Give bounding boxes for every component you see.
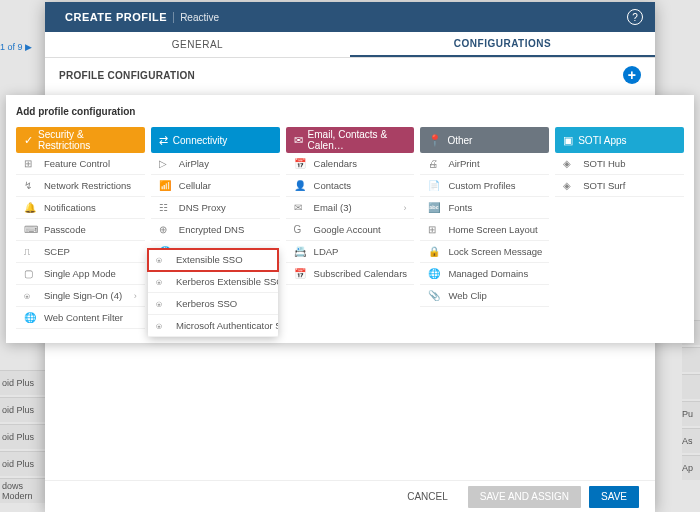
config-item[interactable]: ▷AirPlay	[151, 153, 280, 175]
config-item[interactable]: 🌐Web Content Filter	[16, 307, 145, 329]
flyout-item[interactable]: ⍟Microsoft Authenticator SSO	[148, 315, 278, 337]
cancel-button[interactable]: CANCEL	[395, 486, 460, 508]
config-item[interactable]: ⌨Passcode	[16, 219, 145, 241]
bg-platform-row: oid Plus	[0, 451, 45, 476]
dialog-title: CREATE PROFILE	[65, 11, 167, 23]
flyout-item[interactable]: ⍟Kerberos SSO	[148, 293, 278, 315]
item-label: Email (3)	[314, 202, 352, 213]
item-icon: 🖨	[428, 158, 442, 169]
config-item[interactable]: ⎍SCEP	[16, 241, 145, 263]
item-icon: ⍟	[156, 276, 170, 287]
bg-right-cell	[682, 347, 700, 372]
flyout-item[interactable]: ⍟Extensible SSO	[148, 249, 278, 271]
pager[interactable]: 1 of 9 ▶	[0, 42, 32, 52]
section-title: PROFILE CONFIGURATION	[59, 70, 195, 81]
config-item[interactable]: 🔤Fonts	[420, 197, 549, 219]
item-label: Passcode	[44, 224, 86, 235]
item-label: Cellular	[179, 180, 211, 191]
category-header[interactable]: ⇄Connectivity	[151, 127, 280, 153]
item-icon: ✉	[294, 202, 308, 213]
item-label: Kerberos SSO	[176, 298, 237, 309]
tab-configurations[interactable]: CONFIGURATIONS	[350, 32, 655, 57]
category-header[interactable]: ✉Email, Contacts & Calen…	[286, 127, 415, 153]
config-item[interactable]: 🔔Notifications	[16, 197, 145, 219]
item-label: AirPlay	[179, 158, 209, 169]
category-header[interactable]: ▣SOTI Apps	[555, 127, 684, 153]
config-item[interactable]: ◈SOTI Hub	[555, 153, 684, 175]
config-item[interactable]: 🌐Managed Domains	[420, 263, 549, 285]
dialog-footer: CANCEL SAVE AND ASSIGN SAVE	[45, 480, 655, 512]
item-icon: 👤	[294, 180, 308, 191]
category-header[interactable]: ✓Security & Restrictions	[16, 127, 145, 153]
add-configuration-button[interactable]: +	[623, 66, 641, 84]
item-label: Notifications	[44, 202, 96, 213]
add-profile-config-modal: Add profile configuration ✓Security & Re…	[6, 95, 694, 343]
item-icon: 📶	[159, 180, 173, 191]
category-icon: ▣	[563, 134, 573, 147]
category-label: Email, Contacts & Calen…	[308, 129, 407, 151]
bg-right-cell: Pu	[682, 401, 700, 426]
config-item[interactable]: ↯Network Restrictions	[16, 175, 145, 197]
save-button[interactable]: SAVE	[589, 486, 639, 508]
config-item[interactable]: 📄Custom Profiles	[420, 175, 549, 197]
single-sign-on-flyout: ⍟Extensible SSO⍟Kerberos Extensible SSO⍟…	[148, 249, 278, 337]
tabs: GENERAL CONFIGURATIONS	[45, 32, 655, 58]
config-item[interactable]: ✉Email (3)›	[286, 197, 415, 219]
item-icon: ⊞	[24, 158, 38, 169]
item-icon: G	[294, 224, 308, 235]
flyout-item[interactable]: ⍟Kerberos Extensible SSO	[148, 271, 278, 293]
config-item[interactable]: 📶Cellular	[151, 175, 280, 197]
item-label: Calendars	[314, 158, 357, 169]
item-label: Extensible SSO	[176, 254, 243, 265]
help-icon[interactable]: ?	[627, 9, 643, 25]
config-item[interactable]: 📎Web Clip	[420, 285, 549, 307]
config-item[interactable]: GGoogle Account	[286, 219, 415, 241]
item-icon: ◈	[563, 180, 577, 191]
item-label: SOTI Surf	[583, 180, 625, 191]
config-item[interactable]: 📇LDAP	[286, 241, 415, 263]
config-item[interactable]: ▢Single App Mode	[16, 263, 145, 285]
item-label: LDAP	[314, 246, 339, 257]
config-item[interactable]: ⊕Encrypted DNS	[151, 219, 280, 241]
item-icon: 📇	[294, 246, 308, 257]
bg-platform-row: dows Modern	[0, 478, 45, 503]
bg-platform-row: oid Plus	[0, 397, 45, 422]
item-label: Web Content Filter	[44, 312, 123, 323]
config-item[interactable]: 🔒Lock Screen Message	[420, 241, 549, 263]
bg-right-cell: As	[682, 428, 700, 453]
category-column: 📍Other🖨AirPrint📄Custom Profiles🔤Fonts⊞Ho…	[420, 127, 549, 329]
item-icon: ↯	[24, 180, 38, 191]
save-and-assign-button[interactable]: SAVE AND ASSIGN	[468, 486, 581, 508]
item-label: SOTI Hub	[583, 158, 625, 169]
config-item[interactable]: ⊞Feature Control	[16, 153, 145, 175]
item-icon: 📎	[428, 290, 442, 301]
item-icon: ⍟	[24, 290, 38, 301]
tab-general[interactable]: GENERAL	[45, 32, 350, 57]
category-label: SOTI Apps	[578, 135, 626, 146]
config-item[interactable]: ◈SOTI Surf	[555, 175, 684, 197]
config-item[interactable]: 📅Subscribed Calendars	[286, 263, 415, 285]
config-item[interactable]: ⍟Single Sign-On (4)›	[16, 285, 145, 307]
item-label: Lock Screen Message	[448, 246, 542, 257]
config-item[interactable]: 🖨AirPrint	[420, 153, 549, 175]
config-item[interactable]: 📅Calendars	[286, 153, 415, 175]
category-icon: ✉	[294, 134, 303, 147]
item-icon: 🌐	[428, 268, 442, 279]
item-icon: ⎍	[24, 246, 38, 257]
item-label: Google Account	[314, 224, 381, 235]
category-icon: ⇄	[159, 134, 168, 147]
dialog-subtitle: Reactive	[173, 12, 219, 23]
item-icon: 🔒	[428, 246, 442, 257]
category-column: ✓Security & Restrictions⊞Feature Control…	[16, 127, 145, 329]
item-label: Single App Mode	[44, 268, 116, 279]
item-icon: 🌐	[24, 312, 38, 323]
category-header[interactable]: 📍Other	[420, 127, 549, 153]
item-label: SCEP	[44, 246, 70, 257]
item-label: Microsoft Authenticator SSO	[176, 320, 278, 331]
item-label: Kerberos Extensible SSO	[176, 276, 278, 287]
config-item[interactable]: ⊞Home Screen Layout	[420, 219, 549, 241]
config-item[interactable]: 👤Contacts	[286, 175, 415, 197]
config-item[interactable]: ☷DNS Proxy	[151, 197, 280, 219]
item-icon: ◈	[563, 158, 577, 169]
section-header: PROFILE CONFIGURATION +	[45, 58, 655, 92]
